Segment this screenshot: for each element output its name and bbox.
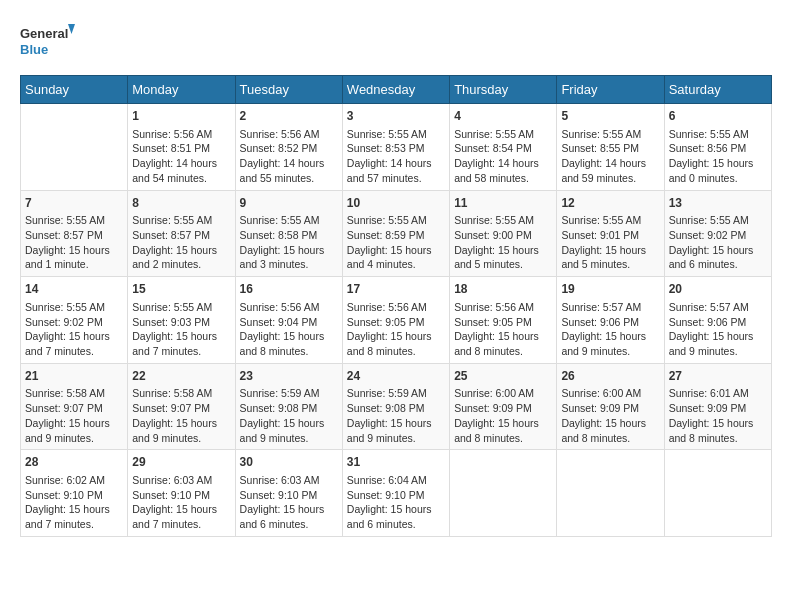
calendar-header-day: Wednesday: [342, 76, 449, 104]
day-info: Daylight: 15 hours: [25, 502, 123, 517]
day-info: Sunset: 8:55 PM: [561, 141, 659, 156]
day-number: 11: [454, 195, 552, 212]
day-info: Sunset: 9:06 PM: [561, 315, 659, 330]
table-row: 10Sunrise: 5:55 AMSunset: 8:59 PMDayligh…: [342, 190, 449, 277]
table-row: 15Sunrise: 5:55 AMSunset: 9:03 PMDayligh…: [128, 277, 235, 364]
calendar-table: SundayMondayTuesdayWednesdayThursdayFrid…: [20, 75, 772, 537]
day-info: Daylight: 15 hours: [240, 329, 338, 344]
day-number: 7: [25, 195, 123, 212]
day-info: and 55 minutes.: [240, 171, 338, 186]
day-number: 4: [454, 108, 552, 125]
table-row: 11Sunrise: 5:55 AMSunset: 9:00 PMDayligh…: [450, 190, 557, 277]
day-info: and 9 minutes.: [25, 431, 123, 446]
day-info: and 3 minutes.: [240, 257, 338, 272]
day-number: 3: [347, 108, 445, 125]
table-row: 19Sunrise: 5:57 AMSunset: 9:06 PMDayligh…: [557, 277, 664, 364]
day-info: and 59 minutes.: [561, 171, 659, 186]
day-number: 8: [132, 195, 230, 212]
day-info: Sunset: 9:10 PM: [25, 488, 123, 503]
day-info: Sunset: 8:56 PM: [669, 141, 767, 156]
table-row: 17Sunrise: 5:56 AMSunset: 9:05 PMDayligh…: [342, 277, 449, 364]
table-row: 31Sunrise: 6:04 AMSunset: 9:10 PMDayligh…: [342, 450, 449, 537]
day-info: and 2 minutes.: [132, 257, 230, 272]
table-row: 7Sunrise: 5:55 AMSunset: 8:57 PMDaylight…: [21, 190, 128, 277]
day-info: Daylight: 15 hours: [25, 416, 123, 431]
table-row: 30Sunrise: 6:03 AMSunset: 9:10 PMDayligh…: [235, 450, 342, 537]
table-row: 8Sunrise: 5:55 AMSunset: 8:57 PMDaylight…: [128, 190, 235, 277]
day-info: Sunset: 9:09 PM: [561, 401, 659, 416]
svg-text:General: General: [20, 26, 68, 41]
day-info: and 6 minutes.: [240, 517, 338, 532]
day-info: Sunset: 8:52 PM: [240, 141, 338, 156]
day-number: 10: [347, 195, 445, 212]
day-number: 22: [132, 368, 230, 385]
day-info: Sunrise: 5:59 AM: [240, 386, 338, 401]
day-info: and 5 minutes.: [561, 257, 659, 272]
day-info: Daylight: 14 hours: [454, 156, 552, 171]
day-info: Sunset: 9:06 PM: [669, 315, 767, 330]
day-info: Sunset: 9:10 PM: [240, 488, 338, 503]
day-info: Daylight: 14 hours: [240, 156, 338, 171]
day-info: Sunset: 9:07 PM: [132, 401, 230, 416]
day-info: Sunset: 8:51 PM: [132, 141, 230, 156]
day-number: 5: [561, 108, 659, 125]
table-row: 18Sunrise: 5:56 AMSunset: 9:05 PMDayligh…: [450, 277, 557, 364]
day-info: Sunrise: 5:55 AM: [347, 127, 445, 142]
day-info: Sunrise: 5:58 AM: [132, 386, 230, 401]
day-info: Sunrise: 5:57 AM: [669, 300, 767, 315]
day-number: 29: [132, 454, 230, 471]
day-info: Daylight: 15 hours: [669, 416, 767, 431]
day-info: Sunrise: 5:55 AM: [132, 300, 230, 315]
day-info: and 57 minutes.: [347, 171, 445, 186]
day-number: 30: [240, 454, 338, 471]
table-row: 16Sunrise: 5:56 AMSunset: 9:04 PMDayligh…: [235, 277, 342, 364]
day-info: Daylight: 15 hours: [561, 416, 659, 431]
table-row: 4Sunrise: 5:55 AMSunset: 8:54 PMDaylight…: [450, 104, 557, 191]
day-info: and 8 minutes.: [454, 344, 552, 359]
day-info: and 8 minutes.: [347, 344, 445, 359]
day-info: and 7 minutes.: [132, 517, 230, 532]
svg-marker-2: [68, 24, 75, 34]
day-info: and 9 minutes.: [347, 431, 445, 446]
day-info: and 9 minutes.: [561, 344, 659, 359]
calendar-week-row: 21Sunrise: 5:58 AMSunset: 9:07 PMDayligh…: [21, 363, 772, 450]
table-row: 24Sunrise: 5:59 AMSunset: 9:08 PMDayligh…: [342, 363, 449, 450]
day-info: and 0 minutes.: [669, 171, 767, 186]
day-info: and 9 minutes.: [132, 431, 230, 446]
calendar-week-row: 7Sunrise: 5:55 AMSunset: 8:57 PMDaylight…: [21, 190, 772, 277]
table-row: 9Sunrise: 5:55 AMSunset: 8:58 PMDaylight…: [235, 190, 342, 277]
table-row: 5Sunrise: 5:55 AMSunset: 8:55 PMDaylight…: [557, 104, 664, 191]
day-info: and 4 minutes.: [347, 257, 445, 272]
day-info: Sunrise: 5:56 AM: [240, 300, 338, 315]
day-info: Daylight: 15 hours: [561, 243, 659, 258]
day-number: 21: [25, 368, 123, 385]
day-number: 20: [669, 281, 767, 298]
day-info: Sunrise: 6:00 AM: [561, 386, 659, 401]
day-info: Sunset: 8:57 PM: [25, 228, 123, 243]
day-info: and 58 minutes.: [454, 171, 552, 186]
day-info: Sunrise: 5:55 AM: [561, 127, 659, 142]
day-info: Sunset: 9:03 PM: [132, 315, 230, 330]
day-info: Daylight: 15 hours: [347, 243, 445, 258]
day-info: Daylight: 15 hours: [669, 329, 767, 344]
day-number: 26: [561, 368, 659, 385]
day-info: Sunrise: 5:55 AM: [669, 213, 767, 228]
table-row: 6Sunrise: 5:55 AMSunset: 8:56 PMDaylight…: [664, 104, 771, 191]
day-number: 24: [347, 368, 445, 385]
day-info: Daylight: 15 hours: [454, 329, 552, 344]
day-number: 23: [240, 368, 338, 385]
table-row: 23Sunrise: 5:59 AMSunset: 9:08 PMDayligh…: [235, 363, 342, 450]
day-info: Sunset: 9:10 PM: [347, 488, 445, 503]
day-info: Sunset: 8:58 PM: [240, 228, 338, 243]
day-info: Sunrise: 6:03 AM: [240, 473, 338, 488]
day-info: Sunrise: 5:57 AM: [561, 300, 659, 315]
table-row: 25Sunrise: 6:00 AMSunset: 9:09 PMDayligh…: [450, 363, 557, 450]
table-row: 14Sunrise: 5:55 AMSunset: 9:02 PMDayligh…: [21, 277, 128, 364]
day-info: Sunset: 8:57 PM: [132, 228, 230, 243]
day-info: Sunrise: 5:58 AM: [25, 386, 123, 401]
table-row: 2Sunrise: 5:56 AMSunset: 8:52 PMDaylight…: [235, 104, 342, 191]
day-number: 15: [132, 281, 230, 298]
day-number: 27: [669, 368, 767, 385]
day-info: Sunrise: 6:04 AM: [347, 473, 445, 488]
table-row: [557, 450, 664, 537]
